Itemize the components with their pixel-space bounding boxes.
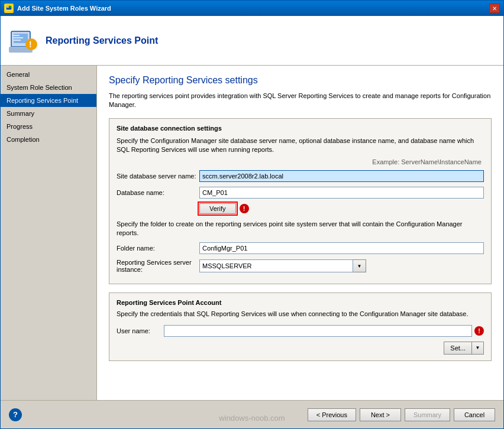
svg-rect-9: [14, 37, 23, 38]
next-button[interactable]: Next >: [360, 408, 401, 421]
previous-button[interactable]: < Previous: [308, 408, 356, 421]
window-title: Add Site System Roles Wizard: [17, 5, 111, 12]
title-bar-left: Add Site System Roles Wizard: [4, 4, 111, 13]
verify-button[interactable]: Verify: [199, 203, 236, 214]
user-warning-icon: !: [474, 326, 484, 336]
content-area: Specify Reporting Services settings The …: [97, 66, 503, 400]
folder-desc: Specify the folder to create on the repo…: [117, 220, 484, 238]
db-server-label: Site database server name:: [117, 173, 199, 180]
watermark: windows-noob.com: [219, 414, 285, 422]
user-input-wrap: !: [164, 325, 484, 337]
db-name-input[interactable]: [199, 187, 484, 199]
db-group-desc: Specify the Configuration Manager site d…: [117, 136, 484, 155]
cancel-button[interactable]: Cancel: [454, 408, 495, 421]
set-dropdown-icon[interactable]: ▼: [472, 342, 484, 355]
footer-buttons: < Previous Next > Summary Cancel: [308, 408, 495, 421]
account-group: Reporting Services Point Account Specify…: [109, 292, 492, 360]
title-bar: Add Site System Roles Wizard ✕: [1, 1, 503, 16]
wizard-header: ! Reporting Services Point: [1, 16, 503, 66]
db-example-text: Example: ServerName\InstanceName: [117, 158, 484, 165]
db-name-label: Database name:: [117, 189, 199, 196]
reporting-instance-row: Reporting Services server instance: MSSQ…: [117, 259, 484, 273]
account-desc: Specify the credentials that SQL Reporti…: [117, 310, 484, 318]
footer: ? < Previous Next > Summary Cancel windo…: [1, 400, 503, 428]
db-connection-group: Site database connection settings Specif…: [109, 118, 492, 285]
sidebar-item-reporting-services-point[interactable]: Reporting Services Point: [1, 94, 96, 107]
user-row: User name: !: [117, 325, 484, 337]
sidebar-item-summary[interactable]: Summary: [1, 107, 96, 120]
verify-row: Verify !: [117, 203, 484, 214]
summary-button[interactable]: Summary: [405, 408, 450, 421]
folder-input[interactable]: [199, 242, 484, 254]
svg-rect-2: [9, 6, 11, 8]
help-icon[interactable]: ?: [9, 408, 22, 421]
account-group-title: Reporting Services Point Account: [117, 299, 484, 306]
svg-rect-8: [14, 35, 20, 36]
wizard-window: Add Site System Roles Wizard ✕ ! Reporti…: [0, 0, 504, 429]
reporting-dropdown-wrapper: MSSQLSERVER ▼: [199, 259, 366, 272]
svg-rect-1: [7, 6, 9, 8]
dropdown-arrow-icon[interactable]: ▼: [353, 259, 366, 272]
page-description: The reporting services point provides in…: [109, 92, 492, 110]
warning-icon: !: [240, 204, 249, 213]
db-group-title: Site database connection settings: [117, 125, 484, 132]
folder-name-row: Folder name:: [117, 242, 484, 254]
svg-text:!: !: [29, 40, 32, 49]
footer-left: ?: [9, 408, 22, 421]
sidebar: General System Role Selection Reporting …: [1, 66, 97, 400]
sidebar-item-system-role-selection[interactable]: System Role Selection: [1, 81, 96, 94]
wizard-icon: !: [9, 27, 37, 55]
svg-rect-10: [14, 40, 21, 41]
db-name-row: Database name:: [117, 187, 484, 199]
close-button[interactable]: ✕: [489, 4, 500, 13]
page-title: Specify Reporting Services settings: [109, 75, 492, 86]
set-button[interactable]: Set...: [444, 342, 472, 355]
wizard-header-title: Reporting Services Point: [46, 35, 158, 46]
main-content: General System Role Selection Reporting …: [1, 66, 503, 400]
folder-label: Folder name:: [117, 245, 199, 252]
sidebar-item-progress[interactable]: Progress: [1, 120, 96, 133]
sidebar-item-general[interactable]: General: [1, 68, 96, 81]
user-input[interactable]: [164, 325, 472, 337]
set-button-wrap: Set... ▼: [117, 342, 484, 355]
db-server-row: Site database server name:: [117, 170, 484, 182]
sidebar-item-completion[interactable]: Completion: [1, 133, 96, 146]
user-label: User name:: [117, 327, 164, 334]
window-icon: [4, 4, 14, 13]
db-server-input[interactable]: [199, 170, 484, 182]
reporting-select[interactable]: MSSQLSERVER: [199, 259, 353, 272]
reporting-label: Reporting Services server instance:: [117, 259, 199, 273]
